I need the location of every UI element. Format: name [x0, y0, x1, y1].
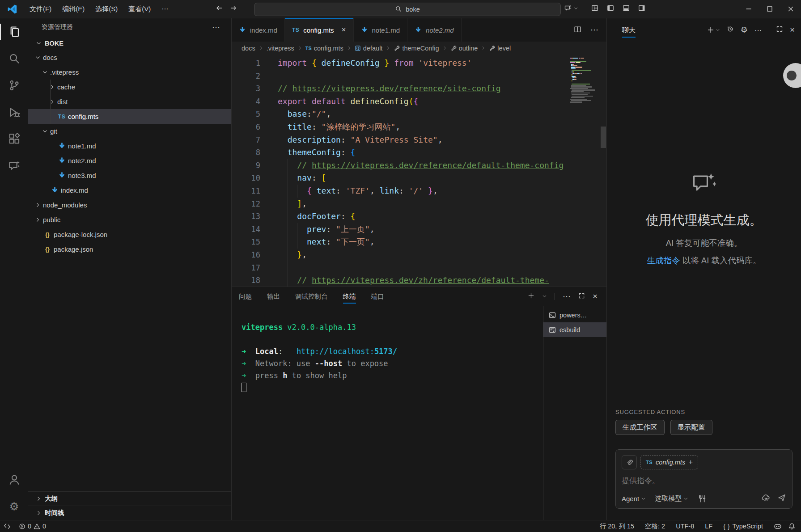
chat-close-icon[interactable]: ×: [790, 25, 795, 35]
tree-item--vitepress[interactable]: .vitepress: [28, 65, 231, 80]
eol-status[interactable]: LF: [705, 523, 712, 530]
chat-composer[interactable]: TS config.mts + 提供指令。 Agent 选取模型: [615, 449, 793, 509]
workspace-root[interactable]: BOKE: [28, 36, 231, 50]
generate-instructions-link[interactable]: 生成指令: [647, 256, 680, 265]
minimap[interactable]: [570, 58, 600, 103]
chat-tab[interactable]: 聊天: [622, 18, 636, 42]
activity-run-debug[interactable]: [0, 99, 28, 126]
activity-extensions[interactable]: [0, 126, 28, 152]
close-window-button[interactable]: [780, 0, 801, 18]
tree-item-node-modules[interactable]: node_modules: [28, 198, 231, 212]
minimize-button[interactable]: [738, 0, 759, 18]
panel-tab-端口[interactable]: 端口: [371, 287, 384, 306]
terminal-output[interactable]: vitepress v2.0.0-alpha.13➜ Local: http:/…: [232, 306, 543, 520]
terminal-instance-powers[interactable]: powers…: [543, 308, 606, 322]
remote-indicator[interactable]: [4, 523, 11, 530]
settings-gear-icon[interactable]: ⚙: [0, 493, 28, 520]
tree-item-note2-md[interactable]: note2.md: [28, 153, 231, 168]
forward-arrow-icon[interactable]: [230, 4, 237, 13]
menu-item[interactable]: 编辑(E): [57, 3, 90, 15]
chat-more-icon[interactable]: ⋯: [754, 26, 762, 34]
breadcrumb-item-default[interactable]: default: [355, 45, 383, 52]
tree-item-config-mts[interactable]: TSconfig.mts: [28, 109, 231, 124]
account-icon[interactable]: [0, 466, 28, 493]
tools-icon[interactable]: [698, 494, 707, 503]
menu-item[interactable]: ⋯: [156, 3, 174, 15]
toggle-panel-icon[interactable]: [623, 4, 630, 13]
terminal-instance-esbuild[interactable]: esbuild: [543, 322, 606, 337]
explorer-more-icon[interactable]: ⋯: [212, 22, 220, 32]
maximize-button[interactable]: [759, 0, 780, 18]
tree-item-note3-md[interactable]: note3.md: [28, 168, 231, 183]
tab-note1-md[interactable]: note1.md: [354, 18, 408, 42]
panel-more-icon[interactable]: ⋯: [563, 291, 571, 301]
split-editor-icon[interactable]: [574, 25, 581, 35]
new-terminal-icon[interactable]: [528, 292, 534, 301]
problems-status[interactable]: 0 0: [19, 523, 46, 530]
tree-item-package-lock-json[interactable]: {}package-lock.json: [28, 227, 231, 242]
panel-tab-输出[interactable]: 输出: [267, 287, 280, 306]
customize-layout-icon[interactable]: [591, 4, 598, 13]
avatar[interactable]: [783, 63, 801, 88]
send-button[interactable]: [777, 493, 786, 504]
breadcrumb-item-level[interactable]: level: [489, 45, 511, 52]
panel-maximize-icon[interactable]: [578, 292, 585, 301]
activity-source-control[interactable]: [0, 72, 28, 99]
tab-note2-md[interactable]: note2.md: [407, 18, 462, 42]
terminal-dropdown-icon[interactable]: [542, 292, 547, 300]
activity-search[interactable]: [0, 45, 28, 72]
back-arrow-icon[interactable]: [216, 4, 223, 13]
notifications-bell-icon[interactable]: [788, 523, 796, 530]
breadcrumb-item--vitepress[interactable]: .vitepress: [267, 45, 294, 52]
panel-close-icon[interactable]: ×: [593, 291, 598, 301]
panel-tab-调试控制台[interactable]: 调试控制台: [295, 287, 328, 306]
cursor-position[interactable]: 行 20, 列 15: [600, 522, 634, 531]
suggested-action-button[interactable]: 生成工作区: [615, 420, 665, 435]
encoding-status[interactable]: UTF-8: [676, 523, 694, 530]
attachment-chip[interactable]: TS config.mts +: [640, 455, 698, 469]
tab-config-mts[interactable]: TSconfig.mts×: [285, 18, 354, 42]
sidebar-section-大纲[interactable]: 大纲: [28, 492, 231, 506]
activity-chat[interactable]: [0, 152, 28, 179]
tree-item-docs[interactable]: docs: [28, 50, 231, 65]
model-selector[interactable]: 选取模型: [655, 494, 688, 503]
copilot-status-icon[interactable]: [774, 522, 782, 530]
suggested-action-button[interactable]: 显示配置: [670, 420, 712, 435]
tree-item-package-json[interactable]: {}package.json: [28, 242, 231, 257]
tree-item-index-md[interactable]: index.md: [28, 183, 231, 198]
command-center-search[interactable]: boke: [254, 3, 561, 16]
code-editor[interactable]: 1import { defineConfig } from 'vitepress…: [232, 55, 606, 287]
tree-item-git[interactable]: git: [28, 124, 231, 139]
language-mode[interactable]: { }TypeScript: [723, 523, 763, 530]
editor-scrollbar[interactable]: [601, 127, 606, 148]
mode-selector[interactable]: Agent: [622, 495, 646, 502]
breadcrumb-item-outline[interactable]: outline: [450, 45, 478, 52]
toggle-sidebar-icon[interactable]: [607, 4, 614, 13]
new-chat-icon[interactable]: [707, 26, 720, 34]
toggle-secondary-sidebar-icon[interactable]: [638, 4, 645, 13]
panel-tab-问题[interactable]: 问题: [239, 287, 252, 306]
panel-tab-终端[interactable]: 终端: [343, 287, 356, 306]
breadcrumb-item-docs[interactable]: docs: [242, 45, 255, 52]
tree-item-dist[interactable]: dist: [28, 94, 231, 109]
menu-item[interactable]: 文件(F): [24, 3, 57, 15]
editor-more-icon[interactable]: ⋯: [590, 25, 598, 35]
chat-settings-gear-icon[interactable]: ⚙: [741, 26, 748, 34]
tree-item-cache[interactable]: cache: [28, 80, 231, 94]
tab-index-md[interactable]: index.md: [232, 18, 285, 42]
menu-item[interactable]: 查看(V): [123, 3, 156, 15]
activity-explorer[interactable]: [0, 18, 28, 45]
close-tab-icon[interactable]: ×: [342, 25, 346, 34]
menu-item[interactable]: 选择(S): [90, 3, 123, 15]
attach-context-button[interactable]: [622, 455, 637, 469]
chat-expand-icon[interactable]: [776, 25, 783, 34]
tree-item-note1-md[interactable]: note1.md: [28, 139, 231, 153]
indentation-status[interactable]: 空格: 2: [645, 522, 665, 531]
chat-history-icon[interactable]: [727, 25, 734, 34]
breadcrumb-item-themeConfig[interactable]: themeConfig: [394, 45, 439, 52]
voice-input-icon[interactable]: [761, 493, 770, 504]
sidebar-section-时间线[interactable]: 时间线: [28, 506, 231, 520]
copilot-menu[interactable]: [564, 4, 578, 12]
chat-input[interactable]: 提供指令。: [622, 476, 786, 486]
tree-item-public[interactable]: public: [28, 212, 231, 227]
